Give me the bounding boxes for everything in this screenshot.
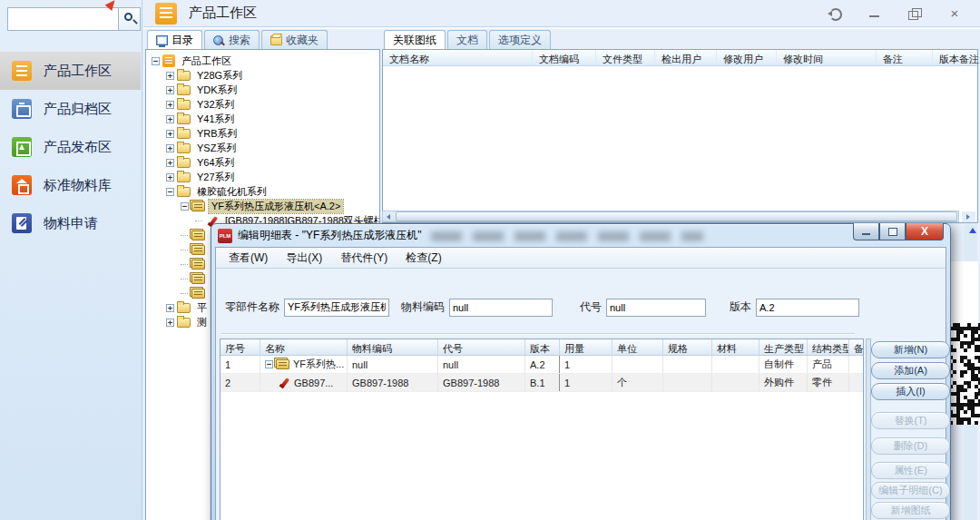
tree-item[interactable]: +YSZ系列 (148, 141, 379, 155)
detail-tab-2[interactable]: 文档 (447, 30, 487, 49)
library-icon (12, 175, 32, 195)
folder-icon (177, 71, 191, 81)
menu-item-3[interactable]: 替代件(Y) (331, 248, 397, 269)
sidebar-item-2[interactable]: 产品归档区 (0, 90, 141, 128)
sidebar-nav: 产品工作区产品归档区产品发布区标准物料库物料申请 (0, 52, 141, 242)
search-button[interactable] (118, 7, 141, 31)
expand-icon[interactable]: + (166, 144, 174, 152)
collapse-icon[interactable]: − (166, 188, 174, 196)
expand-icon[interactable]: + (166, 86, 174, 94)
table-vertical-scrollbar[interactable] (866, 338, 871, 520)
tree-item[interactable]: +Y41系列 (148, 112, 379, 126)
refresh-icon[interactable] (828, 7, 842, 20)
tab-label: 选项定义 (498, 33, 542, 48)
field-input-2[interactable] (449, 299, 553, 317)
bom-table-body: 1−YF系列热...nullnullA.21自制件产品2GB897...GB89… (220, 356, 863, 392)
scrollbar-thumb[interactable] (396, 211, 957, 221)
sidebar-item-4[interactable]: 标准物料库 (0, 166, 141, 204)
field-input-3[interactable] (606, 299, 706, 317)
field-input-1[interactable] (284, 299, 389, 317)
searchglobe-icon (213, 35, 225, 45)
sidebar-item-label: 产品发布区 (44, 139, 112, 156)
tree-item[interactable]: +YRB系列 (148, 126, 379, 141)
tree-item[interactable]: +Y27系列 (148, 170, 379, 184)
table-cell: GB897-1988 (438, 374, 525, 391)
scroll-left-icon[interactable] (383, 211, 395, 221)
tree-item[interactable]: −橡胶硫化机系列 (148, 184, 379, 199)
menu-item-1[interactable]: 查看(W) (220, 248, 277, 269)
expand-icon[interactable]: + (166, 304, 174, 312)
dialog-button-6: 属性(E) (871, 462, 950, 479)
expand-icon[interactable]: + (166, 159, 174, 167)
collapse-icon[interactable]: − (181, 202, 189, 211)
dialog-button-2[interactable]: 添加(A) (871, 362, 950, 379)
tree-item[interactable]: −YF系列热压成形液压机<A.2> (148, 199, 379, 213)
publish-icon (12, 137, 32, 157)
dialog-minimize-button[interactable] (853, 223, 879, 240)
table-row[interactable]: 1−YF系列热...nullnullA.21自制件产品 (220, 356, 863, 374)
table-cell: 2 (220, 374, 260, 391)
detail-tab-1[interactable]: 关联图纸 (384, 30, 446, 49)
menu-item-2[interactable]: 导出(X) (277, 248, 331, 269)
tree-item[interactable]: +Y32系列 (148, 97, 379, 112)
sidebar-item-1[interactable]: 产品工作区 (0, 52, 141, 90)
window-controls: × (828, 7, 980, 20)
search-input[interactable] (7, 7, 118, 31)
detail-panel: 关联图纸文档选项定义 文档名称文档编码文件类型检出用户修改用户修改时间备注版本备… (382, 30, 978, 211)
dialog-close-button[interactable]: X (906, 223, 944, 240)
table-cell: B.1 (525, 374, 560, 391)
menu-item-4[interactable]: 检查(Z) (397, 248, 450, 269)
tree-item[interactable]: +Y28G系列 (148, 68, 379, 83)
collapse-icon[interactable]: − (152, 57, 160, 65)
tree-tab-3[interactable]: 收藏夹 (261, 30, 328, 49)
bom-column-header: 代号 (438, 339, 525, 355)
table-row[interactable]: 2GB897...GB897-1988GB897-1988B.11个外购件零件 (220, 374, 863, 392)
expand-icon[interactable]: + (166, 101, 174, 109)
scroll-up-icon[interactable] (969, 228, 976, 233)
restore-button[interactable] (907, 7, 922, 20)
dialog-button-1[interactable]: 新增(N) (871, 341, 950, 358)
detail-tab-3[interactable]: 选项定义 (489, 30, 551, 49)
expand-icon[interactable]: + (166, 72, 174, 80)
tree-connector (195, 221, 202, 221)
dialog-menubar: 查看(W)导出(X)替代件(Y)检查(Z) (216, 248, 946, 269)
horizontal-scrollbar[interactable] (382, 211, 959, 222)
tree-item-label: Y41系列 (194, 113, 238, 126)
column-header: 修改用户 (717, 50, 777, 65)
table-cell (663, 356, 712, 373)
sidebar-item-3[interactable]: 产品发布区 (0, 128, 141, 166)
dialog-maximize-button[interactable] (879, 223, 906, 240)
dialog-button-3[interactable]: 插入(I) (871, 383, 950, 400)
main-header: 产品工作区 × (143, 0, 980, 27)
close-button[interactable]: × (947, 7, 962, 20)
tree-item[interactable]: −产品工作区 (148, 54, 379, 68)
collapse-icon[interactable]: − (265, 360, 273, 368)
bom-column-header: 规格 (663, 339, 712, 355)
expand-icon[interactable]: + (166, 173, 174, 182)
table-cell: 1 (220, 356, 260, 373)
tree-tab-2[interactable]: 搜索 (204, 30, 260, 49)
tree-item[interactable]: +Y64系列 (148, 155, 379, 170)
edit-bom-dialog: PLM 编辑明细表 - "YF系列热压成形液压机" X 查看(W)导出(X)替代… (211, 223, 951, 520)
dialog-button-8: 新增图纸 (871, 502, 950, 519)
bom-table-header: 序号名称物料编码代号版本用量单位规格材料生产类型结构类型备注 (220, 339, 863, 356)
tree-item[interactable]: +YDK系列 (148, 83, 379, 97)
field-input-4[interactable] (756, 299, 859, 317)
request-icon (12, 213, 32, 233)
archive-icon (12, 99, 32, 119)
bom-column-header: 结构类型 (808, 339, 849, 355)
tree-item-label: Y64系列 (194, 156, 238, 170)
scroll-right-icon[interactable] (962, 211, 975, 222)
column-header: 文档编码 (533, 50, 596, 65)
dialog-titlebar[interactable]: PLM 编辑明细表 - "YF系列热压成形液压机" X (211, 224, 950, 247)
bom-column-header: 材料 (712, 339, 760, 355)
sidebar-item-5[interactable]: 物料申请 (0, 204, 141, 242)
dialog-title: 编辑明细表 - "YF系列热压成形液压机" (238, 228, 422, 243)
sidebar-item-label: 产品归档区 (44, 101, 112, 118)
expand-icon[interactable]: + (166, 115, 174, 123)
expand-icon[interactable]: + (166, 130, 174, 138)
expand-icon[interactable]: + (166, 319, 174, 327)
tree-item-label: 测 (194, 316, 210, 329)
tree-tab-1[interactable]: 目录 (147, 30, 202, 49)
minimize-button[interactable] (867, 7, 882, 20)
